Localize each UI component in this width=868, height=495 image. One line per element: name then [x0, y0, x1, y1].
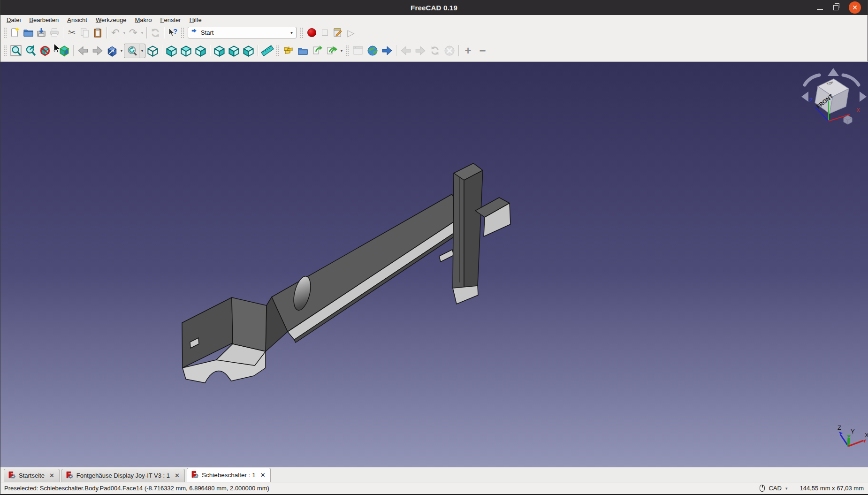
window-title: FreeCAD 0.19: [0, 4, 868, 12]
chevron-down-icon: ▾: [290, 30, 293, 35]
toolbar-grip[interactable]: [3, 45, 7, 56]
document-tab-bar: Startseite ✕ Fontgehäuse Display Joy-IT …: [0, 467, 868, 482]
fit-content-pressed-group: ▾: [124, 44, 145, 58]
close-icon: ✕: [852, 4, 858, 11]
freecad-logo-icon: [66, 471, 73, 480]
separator: [164, 27, 164, 38]
tab-fontgehaeuse[interactable]: Fontgehäuse Display Joy-IT V3 : 1 ✕: [61, 469, 185, 482]
restore-icon: [833, 5, 838, 10]
menu-hilfe[interactable]: Hilfe: [185, 15, 206, 25]
view-toolbar: ▾ ▾ ▾: [0, 40, 868, 61]
view-forward-icon[interactable]: [90, 43, 105, 59]
separator: [73, 45, 74, 56]
undo-icon[interactable]: ↶: [109, 26, 122, 39]
toolbar-grip[interactable]: [345, 45, 349, 56]
file-toolbar: ✂ ↶ ▾ ↷ ▾ ? Start ▾ ▷: [0, 25, 868, 40]
toolbar-grip[interactable]: [181, 27, 184, 38]
view-bottom-icon[interactable]: [227, 43, 241, 59]
axis-indicator: Z Y X: [831, 423, 868, 461]
macro-record-icon[interactable]: [305, 26, 318, 39]
refresh-icon[interactable]: [149, 26, 162, 39]
share-icon[interactable]: [325, 43, 339, 59]
fit-content-dropdown-icon[interactable]: ▾: [139, 44, 145, 58]
macro-play-icon[interactable]: ▷: [344, 26, 358, 39]
paste-icon[interactable]: [91, 26, 105, 39]
globe-icon[interactable]: [365, 43, 380, 59]
macro-edit-icon[interactable]: [331, 26, 344, 39]
freecad-logo-icon: [8, 471, 15, 480]
separator: [396, 45, 396, 56]
nav-cube-x-label: X: [856, 107, 860, 114]
menu-bearbeiten[interactable]: Bearbeiten: [25, 15, 63, 25]
redo-dropdown-icon[interactable]: ▾: [140, 30, 145, 35]
redo-icon[interactable]: ↷: [127, 26, 140, 39]
freecad-window: FreeCAD 0.19 ✕ Datei Bearbeiten Ansicht …: [0, 0, 868, 495]
new-document-icon[interactable]: [8, 26, 22, 39]
cut-icon[interactable]: ✂: [65, 26, 78, 39]
tab-label: Fontgehäuse Display Joy-IT V3 : 1: [76, 472, 170, 479]
navigation-cube[interactable]: TOP FRONT Z X: [793, 62, 868, 130]
tab-close-icon[interactable]: ✕: [175, 472, 180, 479]
browser-stop-icon[interactable]: [442, 43, 457, 59]
open-folder-icon[interactable]: [22, 26, 35, 39]
navigation-style-value[interactable]: CAD: [769, 485, 781, 492]
toolbar-grip[interactable]: [3, 27, 7, 38]
browser-refresh-icon[interactable]: [427, 43, 442, 59]
isometric-view-icon[interactable]: [105, 43, 119, 59]
axis-z-label: Z: [838, 424, 841, 431]
undo-dropdown-icon[interactable]: ▾: [122, 30, 127, 35]
open-link-icon[interactable]: [310, 43, 325, 59]
model-schiebeschalter[interactable]: [0, 62, 868, 468]
separator: [162, 45, 162, 56]
view-back-icon[interactable]: [76, 43, 90, 59]
fit-content-icon[interactable]: [124, 44, 139, 58]
menu-makro[interactable]: Makro: [130, 15, 156, 25]
view-right-icon[interactable]: [193, 43, 208, 59]
measure-icon[interactable]: [260, 43, 274, 59]
tab-close-icon[interactable]: ✕: [49, 472, 54, 479]
fit-selection-icon[interactable]: [23, 43, 38, 59]
whats-this-icon[interactable]: ?: [166, 26, 179, 39]
macro-stop-icon[interactable]: [318, 26, 331, 39]
view-left-icon[interactable]: [241, 43, 256, 59]
view-top-icon[interactable]: [179, 43, 193, 59]
share-dropdown-icon[interactable]: ▾: [339, 48, 344, 53]
close-button[interactable]: ✕: [849, 1, 861, 14]
menu-ansicht[interactable]: Ansicht: [63, 15, 91, 25]
3d-viewport[interactable]: TOP FRONT Z X Z: [0, 61, 868, 467]
axonometric-icon[interactable]: [145, 43, 160, 59]
go-forward-icon[interactable]: [380, 43, 394, 59]
workbench-selector[interactable]: Start ▾: [188, 27, 297, 38]
start-page-icon[interactable]: [281, 43, 296, 59]
toolbar-grip[interactable]: [276, 45, 280, 56]
documents-folder-icon[interactable]: [296, 43, 310, 59]
minimize-button[interactable]: [817, 5, 823, 10]
navigation-style-dropdown-icon[interactable]: ▾: [785, 486, 788, 491]
menu-fenster[interactable]: Fenster: [156, 15, 185, 25]
axis-x-label: X: [865, 432, 868, 439]
workbench-arrow-icon: [191, 29, 198, 37]
menu-werkzeuge[interactable]: Werkzeuge: [91, 15, 131, 25]
copy-icon[interactable]: [78, 26, 91, 39]
zoom-in-icon[interactable]: +: [461, 43, 475, 59]
toolbar-grip[interactable]: [300, 27, 304, 38]
isometric-dropdown-icon[interactable]: ▾: [119, 48, 124, 53]
browser-forward-icon[interactable]: [413, 43, 427, 59]
zoom-out-icon[interactable]: −: [475, 43, 490, 59]
draw-style-icon[interactable]: [38, 43, 52, 59]
save-icon[interactable]: [35, 26, 48, 39]
view-front-icon[interactable]: [164, 43, 179, 59]
tab-startseite[interactable]: Startseite ✕: [4, 469, 60, 482]
svg-text:?: ?: [173, 27, 177, 35]
view-rear-icon[interactable]: [212, 43, 227, 59]
menu-datei[interactable]: Datei: [2, 15, 25, 25]
fit-all-icon[interactable]: [8, 43, 23, 59]
tab-schiebeschalter[interactable]: Schiebeschalter : 1 ✕: [187, 468, 271, 482]
browser-back-icon[interactable]: [398, 43, 413, 59]
restore-button[interactable]: [833, 5, 838, 10]
print-icon[interactable]: [48, 26, 61, 39]
separator: [258, 45, 258, 56]
tab-close-icon[interactable]: ✕: [260, 472, 266, 479]
minimize-icon: [817, 9, 823, 10]
web-page-icon[interactable]: [350, 43, 365, 59]
